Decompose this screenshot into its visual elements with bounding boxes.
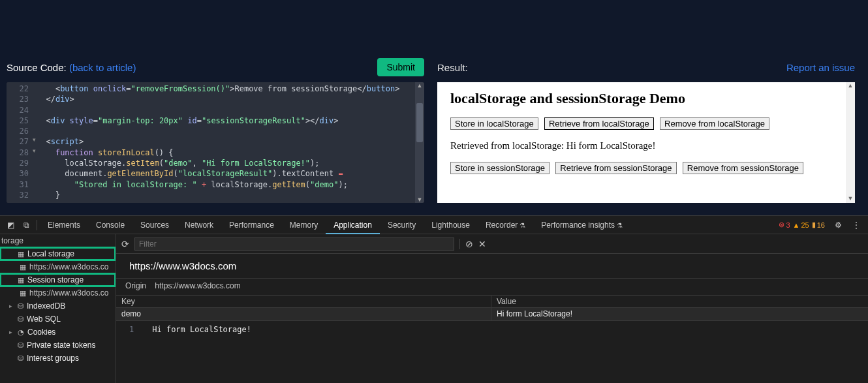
tab-elements[interactable]: Elements xyxy=(40,216,88,234)
tab-security[interactable]: Security xyxy=(380,216,424,234)
devtools-tabs: ◩ ⧉ Elements Console Sources Network Per… xyxy=(0,216,868,234)
store-local-button[interactable]: Store in localStorage xyxy=(450,117,538,130)
code-body[interactable]: <button onclick="removeFromSession()">Re… xyxy=(37,84,414,200)
database-icon: ⛁ xyxy=(18,341,23,350)
tab-perf-insights[interactable]: Performance insights⚗ xyxy=(533,216,630,234)
database-icon: ⛁ xyxy=(18,315,23,324)
device-toolbar-icon[interactable]: ⧉ xyxy=(18,221,34,230)
preview-line-number: 1 xyxy=(129,325,134,334)
tab-network[interactable]: Network xyxy=(177,216,221,234)
storage-table: Key Value demo Hi form LocalStorage! xyxy=(116,296,868,321)
scroll-up-icon[interactable]: ▲ xyxy=(846,82,855,90)
more-icon[interactable]: ⋮ xyxy=(848,221,864,230)
report-issue-link[interactable]: Report an issue xyxy=(786,62,855,73)
error-icon: ⊗ xyxy=(779,221,784,229)
storage-icon: ▦ xyxy=(20,263,26,271)
scroll-thumb[interactable] xyxy=(416,103,423,142)
warning-count[interactable]: ▲25 xyxy=(793,221,809,229)
retrieve-local-button[interactable]: Retrieve from localStorage xyxy=(544,117,654,130)
table-row[interactable]: demo Hi form LocalStorage! xyxy=(116,308,868,320)
tab-memory[interactable]: Memory xyxy=(282,216,326,234)
sidebar-interest-groups[interactable]: ⛁ Interest groups xyxy=(0,352,116,365)
tab-performance[interactable]: Performance xyxy=(221,216,282,234)
origin-value: https://www.w3docs.com xyxy=(155,281,240,290)
back-to-article-link[interactable]: (back to article) xyxy=(69,62,136,73)
code-editor[interactable]: 2223242526272829303132 ▾ ▾ <button oncli… xyxy=(7,82,424,203)
sidebar-websql[interactable]: ⛁ Web SQL xyxy=(0,313,116,326)
storage-icon: ▦ xyxy=(20,289,26,298)
divider xyxy=(37,220,37,230)
sidebar-local-storage[interactable]: ▦ Local storage xyxy=(0,247,116,260)
sidebar-cookies[interactable]: ▸ ◔ Cookies xyxy=(0,326,116,339)
cookie-icon: ◔ xyxy=(18,328,24,337)
result-pane: Result: Report an issue localStorage and… xyxy=(431,57,861,215)
store-session-button[interactable]: Store in sessionStorage xyxy=(450,162,550,174)
database-icon: ⛁ xyxy=(18,354,23,363)
sidebar-indexeddb[interactable]: ▸ ⛁ IndexedDB xyxy=(0,299,116,313)
tab-recorder[interactable]: Recorder⚗ xyxy=(478,216,533,234)
gear-icon[interactable]: ⚙ xyxy=(830,221,846,230)
remove-local-button[interactable]: Remove from localStorage xyxy=(660,117,769,130)
filter-input[interactable] xyxy=(134,237,454,251)
tab-application[interactable]: Application xyxy=(326,216,380,234)
sidebar-session-storage[interactable]: ▦ Session storage xyxy=(0,273,116,286)
clear-icon[interactable]: ⊘ xyxy=(465,239,473,249)
inspect-icon[interactable]: ◩ xyxy=(3,221,18,230)
submit-button[interactable]: Submit xyxy=(377,58,424,76)
tab-console[interactable]: Console xyxy=(88,216,132,234)
source-code-pane: Source Code: (back to article) Submit 22… xyxy=(0,57,431,215)
devtools-panel: ◩ ⧉ Elements Console Sources Network Per… xyxy=(0,215,868,383)
sidebar-session-origin[interactable]: ▦ https://www.w3docs.co xyxy=(0,286,116,299)
scroll-down-icon[interactable]: ▼ xyxy=(846,195,855,203)
chevron-right-icon: ▸ xyxy=(9,303,14,309)
chevron-right-icon: ▸ xyxy=(9,329,14,335)
storage-category-label: torage xyxy=(0,234,116,247)
remove-session-button[interactable]: Remove from sessionStorage xyxy=(683,162,803,174)
divider xyxy=(459,239,460,249)
fold-caret-icon[interactable]: ▾ xyxy=(33,147,36,154)
warning-icon: ▲ xyxy=(793,221,800,229)
table-cell-key: demo xyxy=(116,308,491,320)
sidebar-private-tokens[interactable]: ⛁ Private state tokens xyxy=(0,339,116,352)
table-header-value[interactable]: Value xyxy=(491,296,868,307)
preview-value: Hi form LocalStorage! xyxy=(152,325,251,334)
flask-icon: ⚗ xyxy=(617,222,623,229)
scroll-up-icon[interactable]: ▲ xyxy=(416,82,423,89)
retrieve-session-button[interactable]: Retrieve from sessionStorage xyxy=(555,162,676,174)
table-header-key[interactable]: Key xyxy=(116,296,491,307)
line-gutter: 2223242526272829303132 xyxy=(7,82,33,203)
tab-lighthouse[interactable]: Lighthouse xyxy=(424,216,478,234)
value-preview: 1 Hi form LocalStorage! xyxy=(116,321,868,338)
storage-main: ⟳ ⊘ ✕ https://www.w3docs.com Origin http… xyxy=(116,234,868,383)
error-count[interactable]: ⊗3 xyxy=(779,221,790,229)
retrieved-text: Retrieved from localStorage: Hi form Loc… xyxy=(450,140,842,151)
close-icon[interactable]: ✕ xyxy=(478,239,486,249)
result-label: Result: xyxy=(437,62,468,73)
flask-icon: ⚗ xyxy=(519,222,525,229)
issue-icon: ▮ xyxy=(812,221,816,229)
demo-heading: localStorage and sessionStorage Demo xyxy=(450,90,842,107)
database-icon: ⛁ xyxy=(18,302,23,311)
tab-sources[interactable]: Sources xyxy=(132,216,177,234)
fold-caret-icon[interactable]: ▾ xyxy=(33,136,36,143)
editor-scrollbar[interactable]: ▲ ▼ xyxy=(415,82,424,203)
storage-sidebar: torage ▦ Local storage ▦ https://www.w3d… xyxy=(0,234,116,383)
local-storage-label: Local storage xyxy=(27,249,74,258)
refresh-icon[interactable]: ⟳ xyxy=(121,239,129,249)
result-scrollbar[interactable]: ▲ ▼ xyxy=(846,82,855,203)
source-code-label: Source Code: xyxy=(7,62,67,73)
storage-icon: ▦ xyxy=(18,250,24,258)
table-cell-value: Hi form LocalStorage! xyxy=(491,308,868,320)
result-frame: localStorage and sessionStorage Demo Sto… xyxy=(437,82,855,203)
storage-icon: ▦ xyxy=(18,276,24,284)
origin-title: https://www.w3docs.com xyxy=(116,254,868,279)
session-storage-label: Session storage xyxy=(27,275,84,284)
scroll-down-icon[interactable]: ▼ xyxy=(416,196,423,203)
issue-count[interactable]: ▮16 xyxy=(812,221,825,229)
origin-label: Origin xyxy=(125,281,146,290)
sidebar-local-origin[interactable]: ▦ https://www.w3docs.co xyxy=(0,260,116,273)
